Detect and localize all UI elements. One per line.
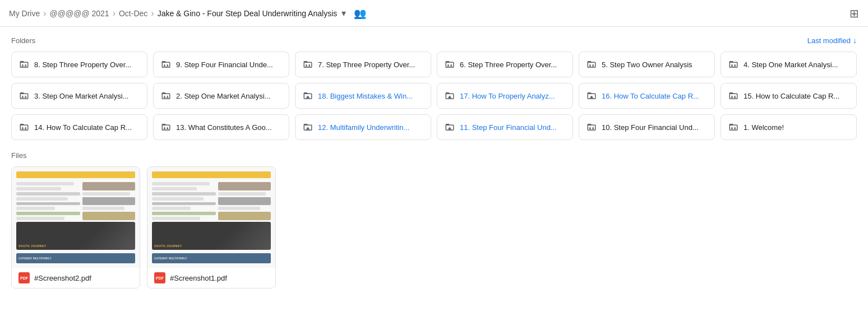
folder-shared-icon bbox=[444, 59, 455, 70]
file-item[interactable]: South Journey GATEWAY MULTIFAMILY PDF#Sc… bbox=[147, 166, 276, 289]
folder-shared-icon bbox=[160, 59, 172, 70]
folder-shared-icon bbox=[728, 122, 739, 133]
folder-item[interactable]: 6. Step Three Property Over... bbox=[437, 52, 573, 77]
folder-name: 6. Step Three Property Over... bbox=[460, 61, 566, 69]
file-thumbnail: South Journey GATEWAY MULTIFAMILY bbox=[12, 167, 140, 268]
folder-shared-icon bbox=[19, 90, 30, 101]
folder-shared-icon bbox=[444, 122, 455, 133]
folder-item[interactable]: 15. How to Calculate Cap R... bbox=[721, 83, 857, 109]
folders-section-header: Folders Last modified ↓ bbox=[11, 36, 857, 45]
files-section: Files bbox=[11, 151, 857, 289]
folder-name: 7. Step Three Property Over... bbox=[318, 61, 424, 69]
folder-name: 5. Step Two Owner Analysis bbox=[602, 61, 708, 69]
folder-item[interactable]: 14. How To Calculate Cap R... bbox=[11, 114, 147, 140]
file-info: PDF#Screenshot1.pdf bbox=[147, 268, 275, 288]
folder-shared-icon bbox=[586, 122, 597, 133]
folder-item[interactable]: 11. Step Four Financial Und... bbox=[437, 114, 573, 140]
folders-grid-row2: 3. Step One Market Analysi...2. Step One… bbox=[11, 83, 857, 109]
folder-shared-icon bbox=[444, 90, 455, 101]
share-people-icon[interactable]: 👥 bbox=[354, 7, 366, 20]
file-info: PDF#Screenshot2.pdf bbox=[12, 268, 140, 288]
breadcrumb-bar: My Drive › @@@@@ 2021 › Oct-Dec › Jake &… bbox=[0, 0, 868, 27]
file-item[interactable]: South Journey GATEWAY MULTIFAMILY PDF#Sc… bbox=[11, 166, 140, 289]
folder-shared-icon bbox=[728, 90, 739, 101]
folder-shared-icon bbox=[586, 59, 597, 70]
folder-name: 4. Step One Market Analysi... bbox=[744, 61, 849, 69]
folder-name: 2. Step One Market Analysi... bbox=[176, 92, 282, 100]
pdf-icon: PDF bbox=[154, 272, 165, 283]
sort-down-icon: ↓ bbox=[853, 36, 857, 45]
folder-item[interactable]: 3. Step One Market Analysi... bbox=[11, 83, 147, 109]
breadcrumb-year[interactable]: @@@@@ 2021 bbox=[50, 9, 109, 18]
folder-item[interactable]: 12. Multifamily Underwritin... bbox=[295, 114, 431, 140]
folders-label: Folders bbox=[11, 36, 35, 45]
folder-name: 18. Biggest Mistakes & Win... bbox=[318, 92, 424, 100]
file-name: #Screenshot1.pdf bbox=[170, 274, 227, 282]
folder-name: 9. Step Four Financial Unde... bbox=[176, 61, 282, 69]
folders-grid-row3: 14. How To Calculate Cap R...13. What Co… bbox=[11, 114, 857, 140]
folder-name: 16. How To Calculate Cap R... bbox=[602, 92, 708, 100]
grid-view-icon[interactable]: ⊞ bbox=[849, 7, 859, 20]
folder-name: 14. How To Calculate Cap R... bbox=[34, 123, 140, 132]
folder-shared-icon bbox=[19, 59, 30, 70]
folder-shared-icon bbox=[302, 59, 313, 70]
folder-shared-icon bbox=[728, 59, 739, 70]
folder-name: 10. Step Four Financial Und... bbox=[602, 123, 708, 132]
folder-shared-icon bbox=[302, 90, 313, 101]
files-label: Files bbox=[11, 151, 857, 160]
file-name: #Screenshot2.pdf bbox=[34, 274, 91, 282]
folder-shared-icon bbox=[160, 90, 172, 101]
folder-item[interactable]: 13. What Constitutes A Goo... bbox=[153, 114, 289, 140]
folders-grid-row1: 8. Step Three Property Over...9. Step Fo… bbox=[11, 52, 857, 77]
main-content: Folders Last modified ↓ 8. Step Three Pr… bbox=[0, 27, 868, 297]
pdf-icon: PDF bbox=[19, 272, 30, 283]
folder-shared-icon bbox=[19, 122, 30, 133]
folder-item[interactable]: 18. Biggest Mistakes & Win... bbox=[295, 83, 431, 109]
folder-item[interactable]: 10. Step Four Financial Und... bbox=[579, 114, 715, 140]
folder-name: 13. What Constitutes A Goo... bbox=[176, 123, 282, 132]
dropdown-arrow-icon[interactable]: ▾ bbox=[341, 8, 346, 18]
folder-name: 17. How To Properly Analyz... bbox=[460, 92, 566, 100]
breadcrumb-sep-3: › bbox=[151, 8, 154, 18]
folder-name: 3. Step One Market Analysi... bbox=[34, 92, 140, 100]
breadcrumb-sep-2: › bbox=[113, 8, 116, 18]
folder-item[interactable]: 17. How To Properly Analyz... bbox=[437, 83, 573, 109]
folder-name: 1. Welcome! bbox=[744, 123, 849, 132]
folder-item[interactable]: 4. Step One Market Analysi... bbox=[721, 52, 857, 77]
last-modified-sort[interactable]: Last modified ↓ bbox=[807, 36, 857, 45]
folder-shared-icon bbox=[302, 122, 313, 133]
folder-item[interactable]: 16. How To Calculate Cap R... bbox=[579, 83, 715, 109]
folder-item[interactable]: 9. Step Four Financial Unde... bbox=[153, 52, 289, 77]
folder-item[interactable]: 2. Step One Market Analysi... bbox=[153, 83, 289, 109]
last-modified-label: Last modified bbox=[807, 36, 851, 45]
folder-item[interactable]: 8. Step Three Property Over... bbox=[11, 52, 147, 77]
breadcrumb-quarter[interactable]: Oct-Dec bbox=[119, 9, 147, 18]
folder-name: 8. Step Three Property Over... bbox=[34, 61, 140, 69]
folder-item[interactable]: 1. Welcome! bbox=[721, 114, 857, 140]
file-thumbnail: South Journey GATEWAY MULTIFAMILY bbox=[147, 167, 275, 268]
folder-item[interactable]: 7. Step Three Property Over... bbox=[295, 52, 431, 77]
folder-name: 15. How to Calculate Cap R... bbox=[744, 92, 849, 100]
folder-item[interactable]: 5. Step Two Owner Analysis bbox=[579, 52, 715, 77]
folder-name: 11. Step Four Financial Und... bbox=[460, 123, 566, 132]
files-grid: South Journey GATEWAY MULTIFAMILY PDF#Sc… bbox=[11, 166, 857, 289]
breadcrumb-current: Jake & Gino - Four Step Deal Underwritin… bbox=[158, 9, 338, 18]
breadcrumb-my-drive[interactable]: My Drive bbox=[9, 9, 40, 18]
folder-shared-icon bbox=[160, 122, 172, 133]
breadcrumb-sep-1: › bbox=[43, 8, 46, 18]
folder-shared-icon bbox=[586, 90, 597, 101]
folder-name: 12. Multifamily Underwritin... bbox=[318, 123, 424, 132]
